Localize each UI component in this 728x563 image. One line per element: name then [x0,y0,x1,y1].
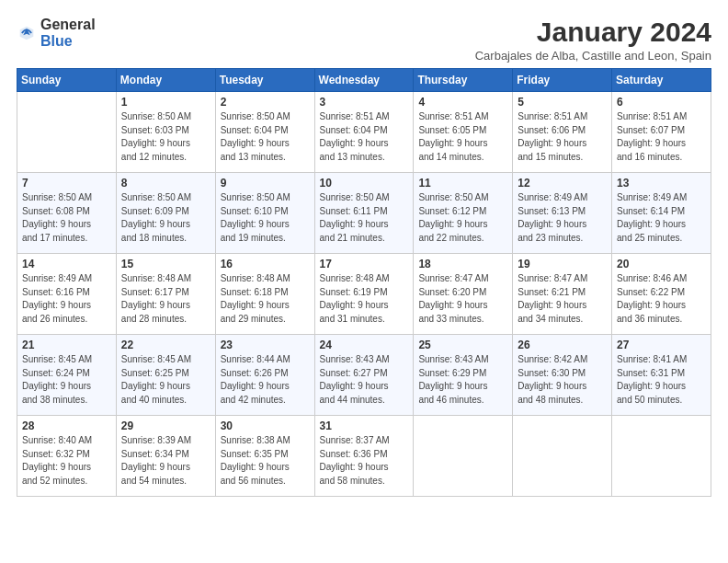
cell-week4-day4: 24Sunrise: 8:43 AMSunset: 6:27 PMDayligh… [314,335,414,416]
calendar-header: Sunday Monday Tuesday Wednesday Thursday… [17,69,711,92]
info-line: and 34 minutes. [518,313,607,327]
cell-info: Sunrise: 8:50 AMSunset: 6:08 PMDaylight:… [22,191,111,245]
info-line: Sunrise: 8:48 AM [320,272,409,286]
info-line: Sunset: 6:10 PM [221,205,310,219]
day-number: 23 [221,339,310,351]
cell-week2-day7: 13Sunrise: 8:49 AMSunset: 6:14 PMDayligh… [612,173,711,254]
info-line: and 33 minutes. [418,313,507,327]
cell-info: Sunrise: 8:49 AMSunset: 6:13 PMDaylight:… [518,191,607,245]
cell-info: Sunrise: 8:48 AMSunset: 6:19 PMDaylight:… [320,272,409,326]
info-line: and 40 minutes. [121,394,210,408]
info-line: Daylight: 9 hours [22,299,111,313]
info-line: Daylight: 9 hours [418,299,507,313]
info-line: Sunrise: 8:49 AM [518,191,607,205]
info-line: and 31 minutes. [320,313,409,327]
cell-week2-day1: 7Sunrise: 8:50 AMSunset: 6:08 PMDaylight… [17,173,117,254]
header-tuesday: Tuesday [215,69,314,92]
info-line: Daylight: 9 hours [418,218,507,232]
info-line: Daylight: 9 hours [121,299,210,313]
info-line: Daylight: 9 hours [221,299,310,313]
cell-info: Sunrise: 8:45 AMSunset: 6:25 PMDaylight:… [121,353,210,407]
cell-week2-day2: 8Sunrise: 8:50 AMSunset: 6:09 PMDaylight… [116,173,215,254]
info-line: and 15 minutes. [518,151,607,165]
cell-info: Sunrise: 8:38 AMSunset: 6:35 PMDaylight:… [221,434,310,488]
info-line: Sunset: 6:35 PM [221,448,310,462]
info-line: Daylight: 9 hours [418,137,507,151]
info-line: Sunrise: 8:50 AM [121,110,210,124]
cell-week4-day2: 22Sunrise: 8:45 AMSunset: 6:25 PMDayligh… [116,335,215,416]
info-line: Sunset: 6:20 PM [418,286,507,300]
info-line: and 36 minutes. [617,313,706,327]
cell-info: Sunrise: 8:48 AMSunset: 6:18 PMDaylight:… [221,272,310,326]
info-line: Sunrise: 8:50 AM [121,191,210,205]
info-line: Daylight: 9 hours [121,137,210,151]
calendar-body: 1Sunrise: 8:50 AMSunset: 6:03 PMDaylight… [17,92,711,497]
info-line: and 17 minutes. [22,232,111,246]
day-number: 7 [22,177,111,190]
info-line: Daylight: 9 hours [518,380,607,394]
info-line: Daylight: 9 hours [617,299,706,313]
info-line: and 16 minutes. [617,151,706,165]
header-monday: Monday [116,69,215,92]
info-line: Sunset: 6:24 PM [22,367,111,381]
info-line: Sunset: 6:29 PM [418,367,507,381]
header-sunday: Sunday [17,69,117,92]
info-line: and 25 minutes. [617,232,706,246]
info-line: and 12 minutes. [121,151,210,165]
info-line: Sunset: 6:17 PM [121,286,210,300]
info-line: and 48 minutes. [518,394,607,408]
cell-week1-day5: 4Sunrise: 8:51 AMSunset: 6:05 PMDaylight… [414,92,513,173]
info-line: Daylight: 9 hours [22,461,111,475]
cell-week5-day4: 31Sunrise: 8:37 AMSunset: 6:36 PMDayligh… [314,416,414,497]
cell-week1-day2: 1Sunrise: 8:50 AMSunset: 6:03 PMDaylight… [116,92,215,173]
info-line: Sunrise: 8:40 AM [22,434,111,448]
info-line: Sunrise: 8:43 AM [320,353,409,367]
logo: General Blue [17,17,96,49]
cell-info: Sunrise: 8:51 AMSunset: 6:07 PMDaylight:… [617,110,706,164]
info-line: Daylight: 9 hours [617,218,706,232]
day-number: 30 [221,419,310,432]
cell-week2-day3: 9Sunrise: 8:50 AMSunset: 6:10 PMDaylight… [215,173,314,254]
day-number: 5 [518,96,607,109]
day-number: 13 [617,177,706,190]
info-line: Sunset: 6:16 PM [22,286,111,300]
week-row-1: 1Sunrise: 8:50 AMSunset: 6:03 PMDaylight… [17,92,711,173]
day-number: 8 [121,177,210,190]
info-line: Sunset: 6:22 PM [617,286,706,300]
calendar-subtitle: Carbajales de Alba, Castille and Leon, S… [475,49,711,63]
info-line: Sunset: 6:32 PM [22,448,111,462]
cell-week4-day6: 26Sunrise: 8:42 AMSunset: 6:30 PMDayligh… [513,335,612,416]
info-line: and 52 minutes. [22,475,111,488]
info-line: Sunrise: 8:46 AM [617,272,706,286]
week-row-5: 28Sunrise: 8:40 AMSunset: 6:32 PMDayligh… [17,416,711,497]
info-line: Sunrise: 8:50 AM [22,191,111,205]
day-number: 11 [418,177,507,190]
info-line: Daylight: 9 hours [221,137,310,151]
cell-week2-day4: 10Sunrise: 8:50 AMSunset: 6:11 PMDayligh… [314,173,414,254]
cell-week4-day1: 21Sunrise: 8:45 AMSunset: 6:24 PMDayligh… [17,335,117,416]
cell-week4-day3: 23Sunrise: 8:44 AMSunset: 6:26 PMDayligh… [215,335,314,416]
day-number: 24 [320,339,409,351]
cell-week3-day4: 17Sunrise: 8:48 AMSunset: 6:19 PMDayligh… [314,254,414,335]
cell-info: Sunrise: 8:47 AMSunset: 6:20 PMDaylight:… [418,272,507,326]
info-line: Sunrise: 8:51 AM [617,110,706,124]
calendar-table: Sunday Monday Tuesday Wednesday Thursday… [17,68,711,497]
cell-info: Sunrise: 8:47 AMSunset: 6:21 PMDaylight:… [518,272,607,326]
info-line: and 28 minutes. [121,313,210,327]
cell-info: Sunrise: 8:49 AMSunset: 6:14 PMDaylight:… [617,191,706,245]
info-line: Sunset: 6:26 PM [221,367,310,381]
cell-week3-day6: 19Sunrise: 8:47 AMSunset: 6:21 PMDayligh… [513,254,612,335]
info-line: and 21 minutes. [320,232,409,246]
info-line: Sunset: 6:09 PM [121,205,210,219]
info-line: Daylight: 9 hours [121,380,210,394]
day-number: 20 [617,258,706,270]
info-line: Daylight: 9 hours [121,218,210,232]
day-number: 2 [221,96,310,109]
cell-week3-day2: 15Sunrise: 8:48 AMSunset: 6:17 PMDayligh… [116,254,215,335]
cell-week5-day6 [513,416,612,497]
cell-week3-day3: 16Sunrise: 8:48 AMSunset: 6:18 PMDayligh… [215,254,314,335]
cell-info: Sunrise: 8:50 AMSunset: 6:12 PMDaylight:… [418,191,507,245]
cell-week5-day2: 29Sunrise: 8:39 AMSunset: 6:34 PMDayligh… [116,416,215,497]
info-line: Sunrise: 8:51 AM [418,110,507,124]
info-line: Daylight: 9 hours [418,380,507,394]
